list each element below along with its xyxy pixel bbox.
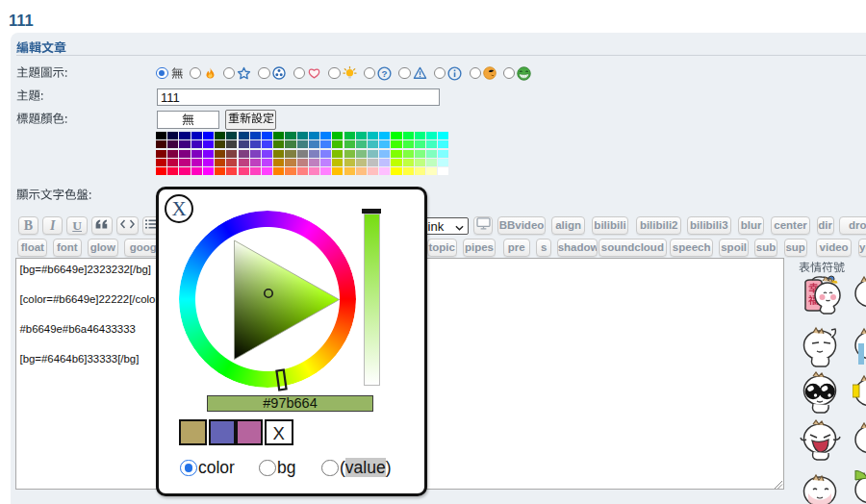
- svg-text:?: ?: [381, 67, 387, 78]
